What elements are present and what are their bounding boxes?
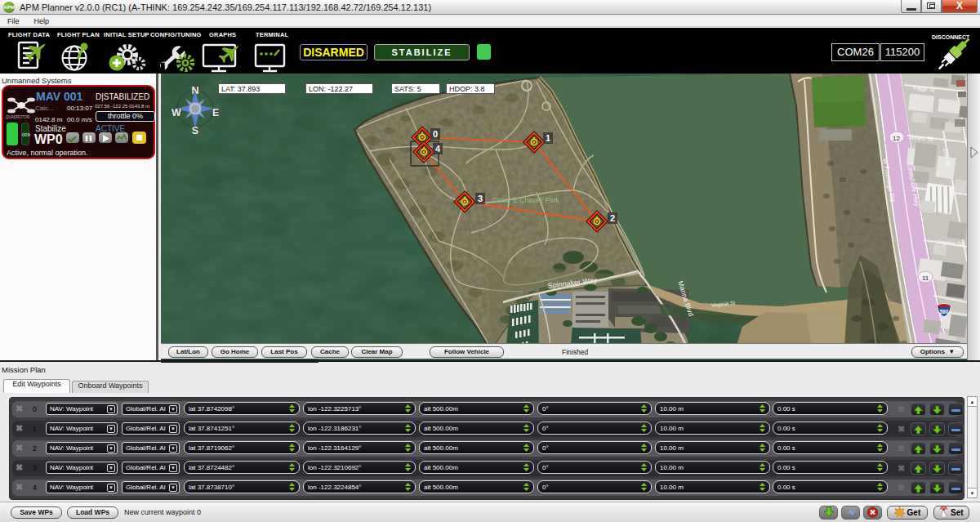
svg-text:Cesar E Chavez Park: Cesar E Chavez Park [492, 196, 559, 204]
svg-text:S: S [192, 125, 198, 136]
svg-text:4: 4 [435, 144, 441, 154]
svg-text:N: N [191, 85, 198, 96]
svg-text:0: 0 [433, 129, 438, 139]
svg-text:1: 1 [546, 133, 550, 143]
svg-text:W: W [172, 107, 181, 118]
svg-text:11: 11 [922, 274, 929, 282]
svg-text:2: 2 [610, 213, 615, 223]
svg-text:E: E [212, 107, 219, 118]
svg-text:3: 3 [478, 194, 483, 203]
svg-text:12: 12 [893, 135, 900, 142]
svg-text:580: 580 [940, 309, 949, 315]
